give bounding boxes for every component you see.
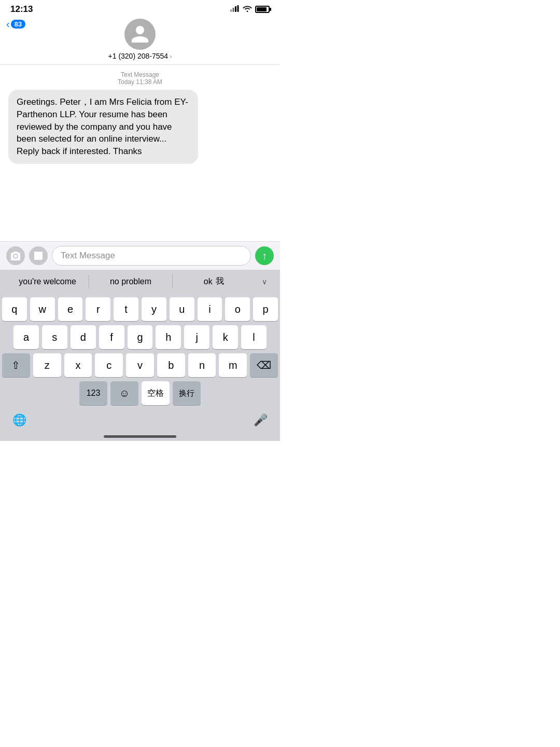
key-b[interactable]: b: [157, 353, 185, 377]
keyboard-row-4: 123 ☺ 空格 换行: [2, 381, 278, 405]
num-key[interactable]: 123: [79, 381, 107, 405]
keyboard-row-1: q w e r t y u i o p: [2, 297, 278, 321]
enter-key[interactable]: 换行: [173, 381, 201, 405]
key-y[interactable]: y: [142, 297, 166, 321]
back-arrow-icon: ‹: [6, 19, 10, 29]
key-h[interactable]: h: [156, 325, 181, 349]
home-bar-container: [0, 435, 280, 441]
predictive-item-3-4[interactable]: ok 我: [172, 274, 255, 289]
predictive-chevron[interactable]: ∨: [255, 278, 274, 286]
key-v[interactable]: v: [126, 353, 154, 377]
appstore-button[interactable]: [29, 246, 48, 265]
text-input-placeholder: Text Message: [61, 251, 115, 261]
avatar: [124, 19, 156, 50]
contact-name[interactable]: +1 (320) 208-7554 ›: [108, 52, 172, 60]
key-j[interactable]: j: [184, 325, 209, 349]
person-icon: [130, 24, 150, 45]
key-n[interactable]: n: [188, 353, 216, 377]
svg-rect-0: [230, 9, 232, 12]
shift-key[interactable]: ⇧: [2, 353, 30, 377]
predictive-item-1[interactable]: you're welcome: [6, 275, 89, 288]
predictive-chinese: 我: [216, 276, 224, 287]
status-bar: 12:13: [0, 0, 280, 17]
back-button[interactable]: ‹ 83: [6, 19, 25, 29]
key-d[interactable]: d: [71, 325, 96, 349]
key-f[interactable]: f: [99, 325, 124, 349]
chat-area: Text Message Today 11:38 AM Greetings. P…: [0, 65, 280, 241]
key-a[interactable]: a: [13, 325, 39, 349]
text-message-input[interactable]: Text Message: [52, 246, 251, 266]
keyboard-row-3: ⇧ z x c v b n m ⌫: [2, 353, 278, 377]
received-message-bubble: Greetings. Peter，I am Mrs Felicia from E…: [8, 90, 198, 164]
key-s[interactable]: s: [42, 325, 67, 349]
keyboard-bottom-bar: 🌐 🎤: [0, 411, 280, 435]
chat-timestamp: Today 11:38 AM: [8, 78, 272, 86]
keyboard-row-2: a s d f g h j k l: [2, 325, 278, 349]
key-w[interactable]: w: [30, 297, 55, 321]
key-r[interactable]: r: [86, 297, 110, 321]
back-badge: 83: [11, 20, 25, 29]
globe-icon[interactable]: 🌐: [12, 413, 26, 427]
key-o[interactable]: o: [225, 297, 250, 321]
key-e[interactable]: e: [58, 297, 83, 321]
chat-source-label: Text Message: [8, 71, 272, 78]
predictive-ok: ok: [204, 277, 213, 286]
emoji-key[interactable]: ☺: [110, 381, 138, 405]
predictive-text-bar: you're welcome no problem ok 我 ∨: [0, 270, 280, 293]
chat-meta: Text Message Today 11:38 AM: [8, 71, 272, 86]
chevron-right-icon: ›: [170, 52, 172, 60]
send-icon: ↑: [262, 250, 267, 262]
battery-icon: [255, 6, 270, 13]
key-t[interactable]: t: [114, 297, 138, 321]
key-p[interactable]: p: [253, 297, 278, 321]
send-button[interactable]: ↑: [255, 246, 274, 265]
key-c[interactable]: c: [95, 353, 123, 377]
key-m[interactable]: m: [219, 353, 247, 377]
delete-key[interactable]: ⌫: [250, 353, 278, 377]
camera-button[interactable]: [6, 246, 25, 265]
space-key[interactable]: 空格: [142, 381, 170, 405]
key-i[interactable]: i: [198, 297, 222, 321]
message-input-bar: Text Message ↑: [0, 241, 280, 270]
predictive-item-2[interactable]: no problem: [89, 275, 172, 288]
svg-rect-1: [233, 8, 234, 12]
message-header: ‹ 83 +1 (320) 208-7554 ›: [0, 17, 280, 65]
key-z[interactable]: z: [33, 353, 61, 377]
svg-rect-2: [235, 6, 236, 12]
key-k[interactable]: k: [213, 325, 238, 349]
mic-icon[interactable]: 🎤: [254, 413, 268, 427]
svg-rect-3: [237, 5, 239, 12]
wifi-icon: [243, 5, 252, 13]
keyboard: q w e r t y u i o p a s d f g h j k l ⇧ …: [0, 293, 280, 411]
status-time: 12:13: [10, 4, 33, 15]
key-l[interactable]: l: [241, 325, 267, 349]
signal-icon: [230, 5, 240, 13]
key-q[interactable]: q: [2, 297, 27, 321]
key-u[interactable]: u: [170, 297, 194, 321]
home-bar: [104, 435, 176, 438]
key-x[interactable]: x: [64, 353, 92, 377]
status-icons: [230, 5, 270, 13]
key-g[interactable]: g: [128, 325, 153, 349]
